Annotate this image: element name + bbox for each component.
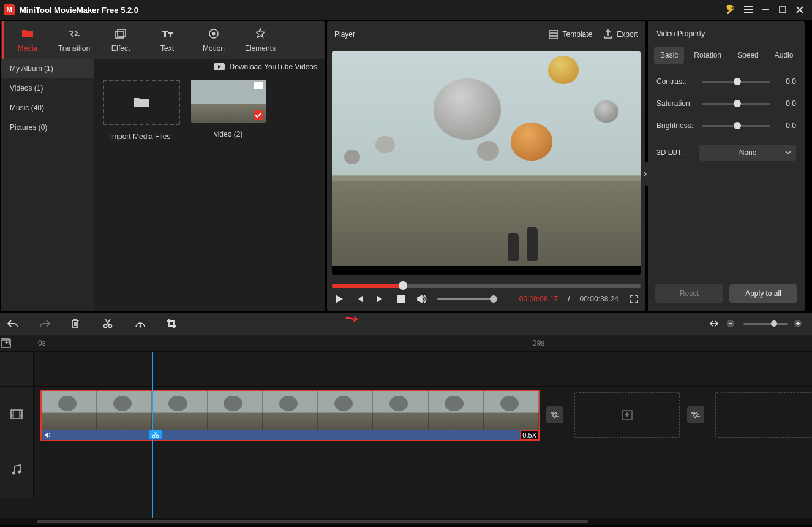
chevron-down-icon xyxy=(785,151,791,154)
scrollbar-thumb[interactable] xyxy=(37,520,588,523)
ribbon-elements[interactable]: Elements xyxy=(237,21,284,59)
undo-button[interactable] xyxy=(7,319,18,328)
panel-collapse-button[interactable] xyxy=(642,162,648,186)
app-title: MiniTool MovieMaker Free 5.2.0 xyxy=(20,6,138,15)
add-track-button[interactable] xyxy=(0,338,31,348)
tab-speed[interactable]: Speed xyxy=(731,47,765,64)
timeline-panel: 0s 39s 0.5X xyxy=(0,313,812,525)
crop-button[interactable] xyxy=(167,319,178,328)
tab-label: Basic xyxy=(660,51,678,59)
empty-clip-slot[interactable] xyxy=(574,392,680,438)
contrast-label: Contrast: xyxy=(656,77,697,86)
next-frame-button[interactable] xyxy=(375,295,386,303)
zoom-in-button[interactable] xyxy=(794,319,805,328)
svg-point-8 xyxy=(109,325,112,328)
ribbon-label: Media xyxy=(18,44,38,53)
property-title: Video Property xyxy=(648,21,805,47)
import-media-card[interactable]: Import Media Files xyxy=(103,80,178,141)
volume-button[interactable] xyxy=(416,295,427,303)
ribbon-label: Elements xyxy=(245,44,276,53)
redo-button[interactable] xyxy=(39,319,50,328)
split-marker-icon[interactable] xyxy=(149,430,162,439)
check-badge-icon xyxy=(254,110,263,120)
tab-basic[interactable]: Basic xyxy=(654,47,684,64)
ribbon-motion[interactable]: Motion xyxy=(190,21,237,59)
sidebar-item-pictures[interactable]: Pictures (0) xyxy=(1,118,94,137)
svg-point-7 xyxy=(104,325,107,328)
effect-icon xyxy=(97,27,144,40)
sidebar-item-videos[interactable]: Videos (1) xyxy=(1,78,94,98)
contrast-value: 0.0 xyxy=(775,77,796,86)
timeline-toolbar xyxy=(0,313,812,335)
play-button[interactable]: ➘ xyxy=(333,294,344,304)
lut-select[interactable]: None xyxy=(699,145,796,161)
film-icon xyxy=(10,409,23,419)
zoom-slider[interactable] xyxy=(743,323,788,325)
stop-button[interactable] xyxy=(396,295,407,303)
tab-rotation[interactable]: Rotation xyxy=(688,47,727,64)
export-label: Export xyxy=(617,30,638,39)
audio-track[interactable] xyxy=(0,442,812,498)
player-title: Player xyxy=(334,30,355,39)
svg-point-18 xyxy=(18,471,21,474)
volume-slider[interactable] xyxy=(437,298,496,300)
tab-label: Audio xyxy=(775,51,794,59)
prev-frame-button[interactable] xyxy=(354,295,365,303)
apply-all-button[interactable]: Apply to all xyxy=(729,284,797,303)
lut-value: None xyxy=(739,148,757,157)
ruler-start: 0s xyxy=(38,339,46,347)
video-clip[interactable]: 0.5X xyxy=(40,390,540,441)
transition-slot-button-2[interactable] xyxy=(687,406,704,423)
timeline-body[interactable]: 0.5X xyxy=(0,352,812,518)
ribbon-text[interactable]: Text xyxy=(144,21,190,59)
svg-point-14 xyxy=(152,435,155,438)
elements-icon xyxy=(237,27,284,40)
speed-button[interactable] xyxy=(135,319,146,328)
svg-rect-1 xyxy=(118,29,126,36)
media-label: Import Media Files xyxy=(110,132,171,141)
close-icon[interactable] xyxy=(791,1,808,18)
ribbon-effect[interactable]: Effect xyxy=(97,21,144,59)
media-clip-card[interactable]: video (2) xyxy=(191,80,266,141)
fullscreen-button[interactable] xyxy=(628,295,639,303)
template-icon xyxy=(548,29,559,39)
transition-slot-button[interactable] xyxy=(546,406,563,423)
current-time: 00:00:08.17 xyxy=(519,295,558,303)
zoom-out-button[interactable] xyxy=(726,319,737,328)
video-preview[interactable] xyxy=(332,51,641,275)
svg-rect-2 xyxy=(116,31,124,38)
template-button[interactable]: Template xyxy=(548,29,593,39)
brightness-slider[interactable] xyxy=(702,125,770,127)
speed-badge: 0.5X xyxy=(520,430,539,440)
svg-rect-0 xyxy=(780,7,786,13)
maximize-icon[interactable] xyxy=(774,1,791,18)
ribbon-transition[interactable]: Transition xyxy=(51,21,97,59)
split-button[interactable] xyxy=(103,319,114,328)
contrast-slider[interactable] xyxy=(702,81,770,83)
svg-point-17 xyxy=(12,472,15,475)
menu-icon[interactable] xyxy=(740,1,757,18)
tab-label: Speed xyxy=(737,51,759,59)
minimize-icon[interactable] xyxy=(757,1,774,18)
reset-button[interactable]: Reset xyxy=(655,284,723,303)
tab-audio[interactable]: Audio xyxy=(769,47,800,64)
overlay-track[interactable] xyxy=(0,352,812,387)
delete-button[interactable] xyxy=(71,319,82,328)
download-youtube[interactable]: Download YouTube Videos xyxy=(94,59,325,75)
timeline-ruler[interactable]: 0s 39s xyxy=(0,335,812,352)
saturation-value: 0.0 xyxy=(775,99,796,108)
sidebar-item-music[interactable]: Music (40) xyxy=(1,98,94,118)
export-button[interactable]: Export xyxy=(603,29,638,39)
ribbon: Media Transition Effect Text Motion Elem… xyxy=(1,21,325,59)
media-content: Download YouTube Videos Import Media Fil… xyxy=(94,59,325,311)
fit-timeline-button[interactable] xyxy=(709,319,720,328)
key-icon[interactable] xyxy=(723,1,740,18)
youtube-icon xyxy=(214,63,225,71)
ribbon-media[interactable]: Media xyxy=(2,21,51,59)
empty-clip-slot-2[interactable] xyxy=(715,392,812,438)
sidebar-label: My Album (1) xyxy=(10,64,53,73)
video-track[interactable]: 0.5X xyxy=(0,387,812,442)
sidebar-item-album[interactable]: My Album (1) xyxy=(1,59,94,78)
timeline-scrollbar[interactable] xyxy=(0,518,812,525)
saturation-slider[interactable] xyxy=(702,103,770,105)
